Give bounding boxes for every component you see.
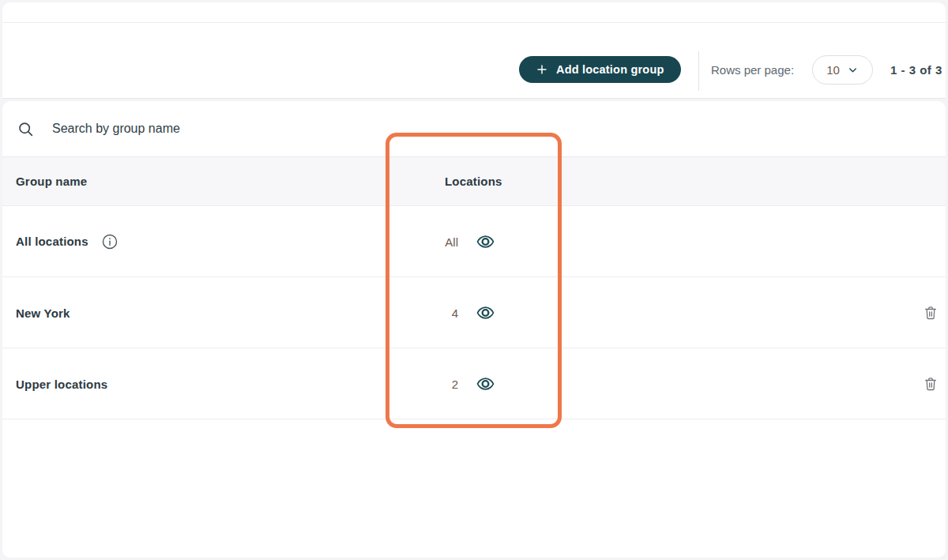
rows-per-page-value: 10 [826, 63, 840, 77]
delete-group-button[interactable] [923, 304, 939, 321]
view-locations-button[interactable] [476, 374, 495, 393]
trash-icon [923, 304, 939, 321]
location-groups-table-card: Group name Locations All locationsAllNew… [2, 101, 946, 558]
info-circle-icon [101, 233, 118, 250]
top-strip [2, 2, 946, 23]
search-bar [2, 101, 946, 157]
add-location-group-label: Add location group [556, 63, 664, 76]
table-header: Group name Locations [2, 157, 946, 206]
rows-per-page-select[interactable]: 10 [812, 55, 873, 85]
plus-icon [536, 63, 548, 76]
group-name: New York [16, 306, 70, 319]
locations-cell: 2 [424, 374, 495, 393]
search-icon [17, 121, 34, 137]
pagination-range: 1 - 3 of 3 [890, 56, 942, 84]
delete-group-button[interactable] [923, 375, 939, 392]
group-name: All locations [16, 235, 88, 248]
eye-icon [476, 303, 495, 321]
group-name-cell: All locations [16, 233, 118, 250]
table-row: Upper locations2 [2, 348, 946, 419]
table-row: New York4 [2, 277, 946, 348]
location-count: 2 [424, 377, 458, 390]
view-locations-button[interactable] [476, 303, 495, 321]
toolbar-divider [698, 51, 699, 91]
locations-cell: All [424, 232, 495, 250]
location-count: All [424, 235, 458, 248]
locations-cell: 4 [424, 303, 495, 321]
column-header-locations: Locations [445, 157, 502, 205]
add-location-group-button[interactable]: Add location group [519, 56, 681, 83]
group-name-cell: Upper locations [16, 377, 107, 390]
search-input[interactable] [51, 121, 559, 137]
group-name-cell: New York [16, 306, 70, 319]
chevron-down-icon [847, 64, 859, 76]
location-count: 4 [424, 306, 458, 319]
eye-icon [476, 374, 495, 393]
info-button[interactable] [101, 233, 118, 250]
rows-per-page-label: Rows per page: [711, 56, 794, 84]
eye-icon [476, 232, 495, 250]
table-row: All locationsAll [2, 206, 946, 277]
view-locations-button[interactable] [476, 232, 495, 250]
column-header-group-name: Group name [16, 157, 87, 205]
trash-icon [923, 375, 939, 392]
table-body: All locationsAllNew York4Upper locations… [2, 206, 946, 419]
group-name: Upper locations [16, 377, 107, 390]
toolbar-card: Add location group Rows per page: 10 1 -… [2, 2, 946, 99]
